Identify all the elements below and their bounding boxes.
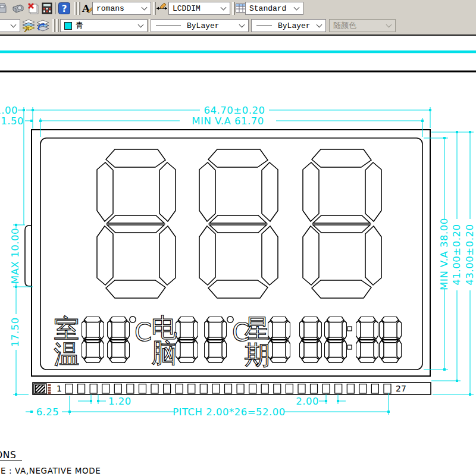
chevron-down-icon[interactable] (221, 4, 227, 10)
dim-arrow-dot (387, 411, 390, 413)
chevron-down-icon[interactable] (317, 21, 322, 27)
table-style-value: Standard (246, 4, 286, 13)
pin (359, 384, 367, 394)
help-icon[interactable]: ? (58, 2, 71, 15)
lineweight-combo[interactable]: ByLayer (251, 19, 326, 32)
render-icon[interactable] (0, 2, 8, 15)
toolbar-grip[interactable] (56, 19, 59, 32)
dim-arrow-dot (97, 400, 99, 402)
seven-segment-digit-small (268, 317, 290, 362)
preview-camera-icon[interactable] (12, 2, 25, 15)
pin (249, 384, 256, 394)
color-swatch-cyan (64, 22, 72, 30)
celsius-2: C (232, 318, 249, 347)
dim-1-00: 1.00 (0, 105, 18, 116)
pin (188, 384, 195, 394)
linetype-combo[interactable]: ByLayer (151, 19, 249, 32)
dim-arrow-dot (15, 224, 17, 226)
layer-combo-partial[interactable] (0, 19, 20, 32)
dim-arrow-dot (15, 286, 17, 288)
pin (151, 384, 158, 394)
table-style-combo[interactable]: Standard (245, 2, 303, 15)
dim-va-height: MIN V.A 38.00 (439, 218, 450, 290)
pin (164, 384, 171, 394)
seven-segment-digit-small (324, 317, 346, 362)
lineweight-sample (256, 26, 272, 26)
dim-arrow-dot (469, 131, 471, 133)
make-layer-current-icon[interactable] (22, 19, 35, 32)
calculator-icon[interactable] (40, 2, 54, 15)
dim-arrow-dot (421, 120, 424, 122)
dim-style-value: LCDDIM (169, 4, 201, 13)
dim-1-20: 1.20 (108, 396, 131, 407)
lineweight-value: ByLayer (278, 21, 311, 30)
dim-arrow-dot (443, 368, 446, 371)
seven-segment-digit-large (97, 149, 176, 298)
plot-style-value: 随颜色 (330, 20, 356, 31)
pin (322, 384, 330, 394)
dim-arrow-dot (23, 109, 25, 111)
colon-dot-top (347, 327, 352, 331)
dim-style-combo[interactable]: LCDDIM (168, 2, 230, 15)
pin (139, 384, 146, 394)
dim-max-10: MAX 10.00 (10, 228, 21, 284)
dim-arrow-dot (30, 411, 33, 413)
dim-17-50: 17.50 (10, 317, 21, 347)
erase-sheets-icon[interactable] (27, 2, 40, 15)
toolbar-row-2: 青 ByLayer ByLayer 随颜色 (0, 17, 476, 34)
chevron-down-icon[interactable] (294, 4, 300, 10)
pin (311, 384, 318, 394)
dim-41: 41.00±0.20 (451, 224, 462, 286)
layer-previous-icon[interactable] (36, 19, 49, 32)
dim-style-icon[interactable] (155, 2, 168, 15)
pin (384, 384, 391, 394)
chevron-down-icon[interactable] (11, 21, 17, 27)
pin (65, 384, 73, 394)
alignment-mark-hatch (36, 385, 45, 393)
pin-27-label: 27 (396, 384, 406, 393)
chevron-down-icon[interactable] (142, 4, 148, 10)
dim-arrow-dot (456, 131, 458, 133)
dim-arrow-dot (443, 137, 446, 139)
pin (335, 384, 342, 394)
drawing-canvas: 1 27 室 温 电 脑 星 期 C C (0, 36, 476, 476)
dim-arrow-dot (337, 400, 339, 402)
toolbar-grip[interactable] (77, 2, 80, 15)
dim-arrow-dot (39, 120, 42, 122)
text-style-value: romans (93, 4, 124, 13)
toolbar-grip[interactable] (74, 2, 77, 15)
seven-segment-digit-small (299, 317, 321, 362)
dim-arrow-dot (469, 393, 471, 396)
dim-arrow-dot (32, 109, 34, 111)
seven-segment-digit-small (356, 317, 378, 362)
pin (200, 384, 207, 394)
extension-lines (13, 107, 474, 415)
pin (347, 384, 354, 394)
chevron-down-icon[interactable] (239, 21, 245, 27)
dim-va-width: MIN V.A 61.70 (192, 115, 264, 127)
note-heading: ONS (0, 450, 16, 461)
application-window: ? A romans LCDDIM (0, 0, 476, 476)
pin (78, 384, 85, 394)
lcd-label-wen: 温 (54, 339, 80, 369)
celsius-1: C (134, 318, 152, 347)
pin (298, 384, 305, 394)
dim-6-25: 6.25 (36, 406, 60, 418)
color-value: 青 (72, 20, 83, 31)
pin-row (65, 384, 391, 394)
seven-segment-digit-small (379, 317, 401, 362)
colon-dot-bottom (347, 345, 352, 349)
pin-1-label: 1 (57, 384, 62, 393)
toolbar-grip[interactable] (52, 19, 55, 32)
glass-left-tab (25, 226, 32, 286)
pin (102, 384, 109, 394)
chevron-down-icon (386, 21, 392, 27)
text-style-combo[interactable]: romans (92, 2, 151, 15)
chevron-down-icon[interactable] (138, 21, 144, 27)
pin (90, 384, 97, 394)
pin (237, 384, 244, 394)
pin (371, 384, 378, 394)
color-combo[interactable]: 青 (60, 19, 148, 32)
dim-arrow-dot (15, 393, 17, 396)
toolbar: ? A romans LCDDIM (0, 0, 476, 35)
